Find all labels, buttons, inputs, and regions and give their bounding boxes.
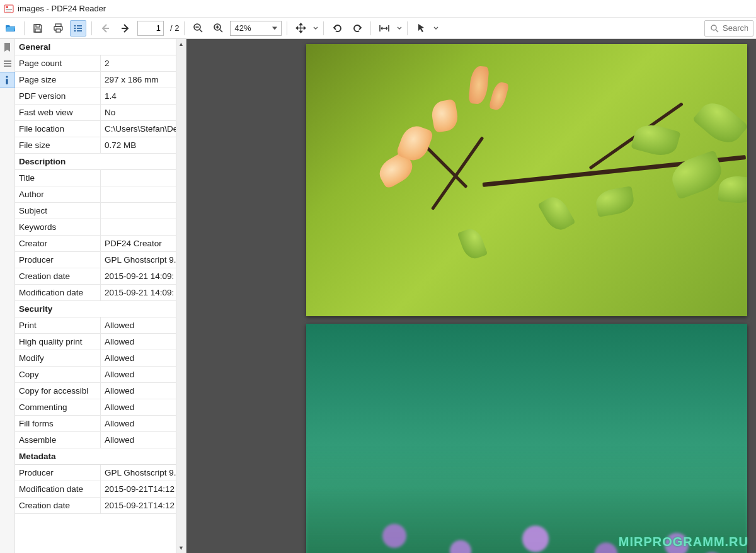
property-key: Page size xyxy=(15,72,101,88)
select-tool-button[interactable] xyxy=(413,20,429,37)
fit-width-button[interactable] xyxy=(376,20,392,37)
scroll-up-button[interactable]: ▲ xyxy=(176,39,186,49)
property-key: Creation date xyxy=(15,498,101,514)
titlebar: images - PDF24 Reader xyxy=(0,0,756,18)
zoom-in-button[interactable] xyxy=(210,20,226,37)
property-value: Allowed xyxy=(101,383,186,399)
svg-rect-20 xyxy=(4,66,11,67)
fit-dropdown[interactable] xyxy=(396,26,402,31)
thumbnails-tab-button[interactable] xyxy=(0,55,15,72)
property-row: AssembleAllowed xyxy=(15,432,186,448)
property-value xyxy=(101,203,186,219)
property-value: GPL Ghostscript 9. xyxy=(101,465,186,481)
property-key: Subject xyxy=(15,203,101,219)
property-key: Modify xyxy=(15,350,101,367)
save-button[interactable] xyxy=(30,20,46,37)
property-key: File location xyxy=(15,121,101,137)
section-header: Security xyxy=(15,301,186,317)
property-key: Fill forms xyxy=(15,416,101,432)
open-button[interactable] xyxy=(3,20,19,37)
move-tool-button[interactable] xyxy=(292,20,309,37)
property-row: Creation date2015-09-21T14:12 xyxy=(15,498,186,514)
property-value: No xyxy=(101,105,186,121)
property-row: CreatorPDF24 Creator xyxy=(15,236,186,252)
svg-rect-19 xyxy=(4,63,11,64)
document-viewer[interactable]: MIRPROGRAMM.RU xyxy=(186,39,756,553)
section-header: Metadata xyxy=(15,448,186,465)
property-value: 2 xyxy=(101,55,186,72)
svg-rect-14 xyxy=(77,30,82,31)
svg-rect-3 xyxy=(6,11,11,11)
property-row: Modification date2015-09-21T14:12 xyxy=(15,481,186,498)
property-row: Page size297 x 186 mm xyxy=(15,72,186,88)
property-key: Copy xyxy=(15,367,101,383)
svg-rect-12 xyxy=(77,28,82,29)
separator xyxy=(407,21,408,35)
property-key: Creation date xyxy=(15,268,101,285)
property-key: Producer xyxy=(15,465,101,481)
property-key: Modification date xyxy=(15,285,101,301)
property-row: Copy for accessiblAllowed xyxy=(15,383,186,399)
toggle-sidebar-button[interactable] xyxy=(70,20,86,37)
property-key: High quality print xyxy=(15,334,101,350)
property-row: PrintAllowed xyxy=(15,317,186,334)
toolbar: / 2 42% xyxy=(0,18,756,39)
property-value xyxy=(101,219,186,236)
page-thumbnail-2[interactable] xyxy=(306,324,747,553)
property-key: Producer xyxy=(15,252,101,268)
property-row: CommentingAllowed xyxy=(15,399,186,416)
separator xyxy=(184,21,185,35)
property-row: ModifyAllowed xyxy=(15,350,186,367)
move-tool-dropdown[interactable] xyxy=(312,26,318,31)
info-scrollbar[interactable]: ▲ ▼ xyxy=(176,39,186,553)
property-value: 2015-09-21T14:12 xyxy=(101,498,186,514)
svg-point-9 xyxy=(74,25,76,26)
property-row: Keywords xyxy=(15,219,186,236)
property-row: Fast web viewNo xyxy=(15,105,186,121)
undo-button[interactable] xyxy=(329,20,345,37)
property-value: PDF24 Creator xyxy=(101,236,186,252)
separator xyxy=(287,21,287,35)
property-key: Creator xyxy=(15,236,101,252)
svg-rect-4 xyxy=(36,25,40,27)
property-value: C:\Users\Stefan\De xyxy=(101,121,186,137)
page-thumbnail-1[interactable] xyxy=(306,44,747,316)
next-page-button[interactable] xyxy=(117,20,134,37)
property-value: Allowed xyxy=(101,399,186,416)
property-value: 2015-09-21 14:09: xyxy=(101,285,186,301)
separator xyxy=(370,21,371,35)
property-key: Fast web view xyxy=(15,105,101,121)
property-value: 1.4 xyxy=(101,88,186,105)
search-input[interactable] xyxy=(723,23,748,33)
property-value: Allowed xyxy=(101,367,186,383)
property-value xyxy=(101,186,186,203)
property-row: PDF version1.4 xyxy=(15,88,186,105)
select-tool-dropdown[interactable] xyxy=(433,26,438,31)
property-key: Title xyxy=(15,170,101,186)
info-tab-button[interactable] xyxy=(0,72,15,88)
property-value: 297 x 186 mm xyxy=(101,72,186,88)
scroll-down-button[interactable]: ▼ xyxy=(176,543,186,553)
prev-page-button[interactable] xyxy=(97,20,113,37)
svg-point-13 xyxy=(74,30,76,31)
property-value: Allowed xyxy=(101,334,186,350)
info-panel: GeneralPage count2Page size297 x 186 mmP… xyxy=(15,39,186,553)
property-value: Allowed xyxy=(101,432,186,448)
search-box[interactable] xyxy=(704,20,753,37)
bookmarks-tab-button[interactable] xyxy=(0,39,15,55)
print-button[interactable] xyxy=(50,20,66,37)
property-row: Creation date2015-09-21 14:09: xyxy=(15,268,186,285)
page-total-label: / 2 xyxy=(170,23,179,33)
zoom-select[interactable]: 42% xyxy=(230,21,282,36)
search-icon xyxy=(710,24,719,33)
property-row: Modification date2015-09-21 14:09: xyxy=(15,285,186,301)
property-row: Author xyxy=(15,186,186,203)
property-value: Allowed xyxy=(101,317,186,334)
redo-button[interactable] xyxy=(349,20,365,37)
property-key: Page count xyxy=(15,55,101,72)
svg-rect-1 xyxy=(6,6,8,8)
svg-rect-5 xyxy=(35,29,40,32)
zoom-out-button[interactable] xyxy=(190,20,206,37)
page-number-input[interactable] xyxy=(137,21,164,36)
svg-point-21 xyxy=(6,76,8,77)
